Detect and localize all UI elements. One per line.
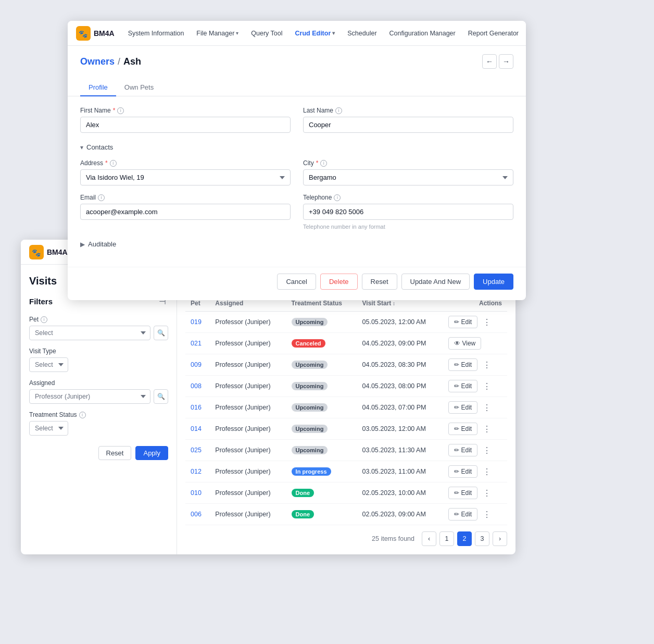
view-button[interactable]: 👁 View bbox=[448, 337, 481, 350]
city-info-icon[interactable]: i bbox=[320, 160, 327, 167]
nav-scheduler-1[interactable]: Scheduler bbox=[342, 27, 382, 40]
email-info-icon[interactable]: i bbox=[98, 194, 105, 201]
nav-file-manager-1[interactable]: File Manager ▾ bbox=[191, 27, 244, 40]
cell-id: 006 bbox=[185, 504, 210, 525]
page-3-button[interactable]: 3 bbox=[475, 531, 489, 546]
breadcrumb-parent[interactable]: Owners bbox=[80, 56, 115, 67]
nav-crud-editor-1[interactable]: Crud Editor ▾ bbox=[290, 27, 341, 40]
next-button[interactable]: → bbox=[499, 54, 513, 69]
row-actions: ✏ Edit⋮ bbox=[448, 358, 502, 371]
treatment-status-select[interactable]: Select bbox=[29, 421, 68, 436]
delete-button[interactable]: Delete bbox=[320, 274, 358, 290]
more-button[interactable]: ⋮ bbox=[481, 466, 493, 478]
edit-button[interactable]: ✏ Edit bbox=[448, 487, 477, 499]
telephone-info-icon[interactable]: i bbox=[334, 194, 341, 201]
edit-button[interactable]: ✏ Edit bbox=[448, 423, 477, 435]
page-2-button[interactable]: 2 bbox=[457, 531, 472, 546]
id-link[interactable]: 009 bbox=[191, 361, 202, 368]
assigned-select[interactable]: Professor (Juniper) bbox=[29, 389, 150, 404]
city-label: City * i bbox=[303, 159, 513, 167]
id-link[interactable]: 012 bbox=[191, 468, 202, 475]
edit-button[interactable]: ✏ Edit bbox=[448, 358, 477, 371]
logo-2[interactable]: 🐾 BM4A bbox=[29, 245, 68, 259]
tab-profile[interactable]: Profile bbox=[80, 79, 116, 96]
assigned-search-button[interactable]: 🔍 bbox=[154, 389, 168, 404]
more-button[interactable]: ⋮ bbox=[481, 509, 493, 521]
id-link[interactable]: 021 bbox=[191, 340, 202, 347]
cell-status: Upcoming bbox=[286, 397, 357, 418]
table-body: 019 Professor (Juniper) Upcoming 05.05.2… bbox=[185, 312, 507, 525]
contacts-section-header[interactable]: ▾ Contacts bbox=[80, 141, 513, 153]
edit-button[interactable]: ✏ Edit bbox=[448, 380, 477, 392]
more-button[interactable]: ⋮ bbox=[481, 316, 493, 328]
pet-search-button[interactable]: 🔍 bbox=[154, 326, 168, 340]
pagination-info: 25 items found bbox=[372, 535, 414, 542]
id-link[interactable]: 016 bbox=[191, 404, 202, 411]
more-button[interactable]: ⋮ bbox=[481, 402, 493, 414]
first-name-info-icon[interactable]: i bbox=[117, 107, 124, 114]
cell-date: 03.05.2023, 11:30 AM bbox=[357, 440, 444, 461]
id-link[interactable]: 025 bbox=[191, 447, 202, 454]
tab-own-pets[interactable]: Own Pets bbox=[116, 79, 162, 96]
cell-actions: ✏ Edit⋮ bbox=[443, 440, 507, 461]
filter-reset-button[interactable]: Reset bbox=[98, 446, 132, 460]
filter-apply-button[interactable]: Apply bbox=[135, 446, 168, 460]
nav-system-info-1[interactable]: System Information bbox=[123, 27, 190, 40]
last-name-input[interactable] bbox=[303, 117, 513, 133]
edit-button[interactable]: ✏ Edit bbox=[448, 401, 477, 414]
edit-button[interactable]: ✏ Edit bbox=[448, 444, 477, 456]
update-and-new-button[interactable]: Update And New bbox=[401, 274, 470, 290]
update-button[interactable]: Update bbox=[474, 274, 513, 290]
first-name-input[interactable] bbox=[80, 117, 291, 133]
prev-button[interactable]: ← bbox=[482, 54, 497, 69]
next-page-button[interactable]: › bbox=[493, 531, 507, 546]
prev-page-button[interactable]: ‹ bbox=[422, 531, 436, 546]
pet-info-icon[interactable]: i bbox=[41, 316, 47, 323]
pet-select[interactable]: Select bbox=[29, 326, 150, 340]
telephone-input[interactable] bbox=[303, 204, 513, 220]
cell-date: 05.05.2023, 12:00 AM bbox=[357, 312, 444, 333]
treatment-status-info-icon[interactable]: i bbox=[79, 412, 86, 418]
table-row: 012 Professor (Juniper) In progress 03.0… bbox=[185, 461, 507, 482]
logo-text-2: BM4A bbox=[47, 248, 68, 256]
status-badge: Upcoming bbox=[292, 425, 328, 433]
cell-date: 04.05.2023, 09:00 PM bbox=[357, 333, 444, 354]
edit-button[interactable]: ✏ Edit bbox=[448, 508, 477, 521]
reset-button[interactable]: Reset bbox=[362, 274, 397, 290]
address-info-icon[interactable]: i bbox=[110, 160, 117, 167]
cell-actions: ✏ Edit⋮ bbox=[443, 482, 507, 504]
page-1-button[interactable]: 1 bbox=[439, 531, 454, 546]
cell-id: 025 bbox=[185, 440, 210, 461]
id-link[interactable]: 010 bbox=[191, 489, 202, 497]
more-button[interactable]: ⋮ bbox=[481, 423, 493, 435]
cell-date: 03.05.2023, 12:00 AM bbox=[357, 418, 444, 440]
city-select[interactable]: Bergamo bbox=[303, 169, 513, 185]
visits-layout: Visits Filters ⊣ Pet i Select 🔍 Visit Ty… bbox=[21, 265, 515, 554]
breadcrumb-current: Ash bbox=[123, 56, 141, 67]
nav-report-1[interactable]: Report Generator bbox=[463, 27, 524, 40]
more-button[interactable]: ⋮ bbox=[481, 380, 493, 392]
nav-query-tool-1[interactable]: Query Tool bbox=[246, 27, 287, 40]
more-button[interactable]: ⋮ bbox=[481, 487, 493, 499]
address-select[interactable]: Via Isidoro Wiel, 19 bbox=[80, 169, 291, 185]
id-link[interactable]: 006 bbox=[191, 511, 202, 518]
id-link[interactable]: 008 bbox=[191, 382, 202, 390]
visit-type-select[interactable]: Select bbox=[29, 357, 68, 372]
more-button[interactable]: ⋮ bbox=[481, 359, 493, 371]
email-input[interactable] bbox=[80, 204, 291, 220]
logo-1[interactable]: 🐾 BM4A bbox=[76, 26, 115, 41]
id-link[interactable]: 019 bbox=[191, 318, 202, 326]
id-link[interactable]: 014 bbox=[191, 425, 202, 432]
edit-button[interactable]: ✏ Edit bbox=[448, 316, 477, 328]
cell-date: 04.05.2023, 07:00 PM bbox=[357, 397, 444, 418]
auditable-section-header[interactable]: ▶ Auditable bbox=[80, 238, 513, 250]
last-name-info-icon[interactable]: i bbox=[335, 107, 342, 114]
cell-actions: ✏ Edit⋮ bbox=[443, 354, 507, 376]
telephone-label: Telephone i bbox=[303, 194, 513, 201]
cancel-button[interactable]: Cancel bbox=[277, 274, 316, 290]
nav-config-1[interactable]: Configuration Manager bbox=[384, 27, 461, 40]
cell-assigned: Professor (Juniper) bbox=[210, 376, 286, 397]
file-manager-chevron-1: ▾ bbox=[236, 30, 238, 36]
edit-button[interactable]: ✏ Edit bbox=[448, 465, 477, 478]
more-button[interactable]: ⋮ bbox=[481, 444, 493, 456]
